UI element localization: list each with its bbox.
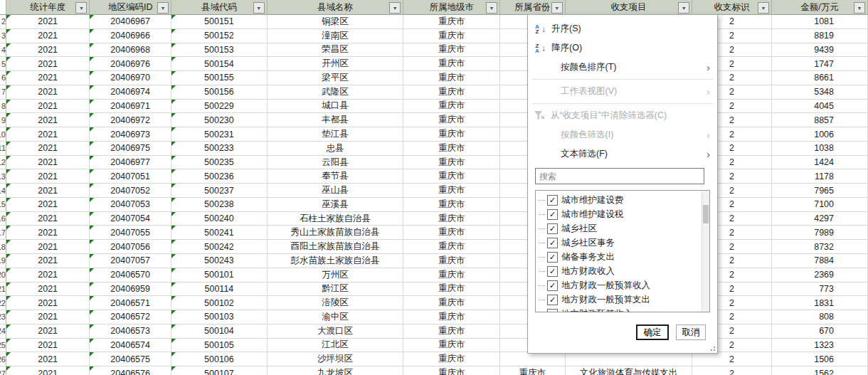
filter-checkbox-item[interactable]: ✓城乡社区	[539, 221, 709, 236]
cell-city[interactable]: 重庆市	[403, 310, 500, 324]
filter-checkbox-item[interactable]: ✓城市维护建设费	[539, 193, 709, 207]
cell-county-code[interactable]: 500152	[171, 28, 267, 43]
checkbox-icon[interactable]: ✓	[547, 280, 558, 291]
cell-county-name[interactable]: 江北区	[267, 338, 403, 352]
cell-amount[interactable]: 1006	[772, 127, 868, 142]
cell-year[interactable]: 2021	[6, 15, 90, 29]
filter-button-county-name[interactable]: ▼	[389, 2, 401, 14]
cell-region-id[interactable]: 20406971	[90, 99, 171, 113]
menu-item-sort-ascending[interactable]: AZ↓ 升序(S)	[528, 19, 717, 38]
cell-county-code[interactable]: 500103	[171, 310, 267, 324]
column-header-flag[interactable]: 收支标识▼	[692, 0, 772, 15]
filter-checkbox-item[interactable]: ✓城市维护建设税	[539, 207, 709, 221]
cell-amount[interactable]: 8819	[772, 28, 868, 43]
row-number[interactable]: 10	[0, 127, 6, 142]
cell-year[interactable]: 2021	[6, 155, 90, 169]
cell-city[interactable]: 重庆市	[403, 71, 500, 85]
checkbox-icon[interactable]: ✓	[547, 266, 558, 277]
cell-region-id[interactable]: 20406959	[90, 282, 171, 296]
cell-amount[interactable]: 7100	[772, 197, 868, 211]
filter-checkbox-item[interactable]: ✓地方财政一般预算支出	[539, 292, 709, 307]
cell-county-name[interactable]: 荣昌区	[267, 43, 403, 57]
cell-region-id[interactable]: 20406968	[90, 43, 171, 57]
cell-county-code[interactable]: 500107	[171, 366, 267, 375]
row-number[interactable]: 4	[0, 43, 6, 57]
row-number[interactable]: 12	[0, 155, 6, 169]
cell-year[interactable]: 2021	[6, 296, 90, 310]
cell-region-id[interactable]: 20406972	[90, 113, 171, 127]
checkbox-icon[interactable]: ✓	[547, 295, 558, 305]
cell-year[interactable]: 2021	[6, 127, 90, 142]
cell-year[interactable]: 2021	[6, 338, 90, 352]
row-number[interactable]: 22	[0, 296, 6, 310]
cell-city[interactable]: 重庆市	[403, 211, 500, 226]
cancel-button[interactable]: 取消	[676, 324, 706, 340]
cell-county-code[interactable]: 500101	[171, 268, 267, 282]
cell-county-code[interactable]: 500104	[171, 324, 267, 338]
cell-amount[interactable]: 1506	[772, 352, 868, 366]
cell-county-code[interactable]: 500156	[171, 85, 267, 99]
cell-year[interactable]: 2021	[6, 43, 90, 57]
filter-button-item[interactable]: ▼	[678, 2, 689, 14]
cell-year[interactable]: 2021	[6, 324, 90, 338]
row-number[interactable]: 19	[0, 254, 6, 268]
cell-year[interactable]: 2021	[6, 352, 90, 366]
cell-region-id[interactable]: 20406571	[90, 296, 171, 310]
cell-city[interactable]: 重庆市	[403, 15, 500, 29]
row-number[interactable]: 23	[0, 310, 6, 324]
cell-county-name[interactable]: 垫江县	[267, 127, 403, 142]
cell-region-id[interactable]: 20407057	[90, 254, 171, 268]
cell-region-id[interactable]: 20406975	[90, 141, 171, 155]
row-number[interactable]: 5	[0, 57, 6, 71]
cell-county-name[interactable]: 铜梁区	[267, 15, 403, 29]
row-number[interactable]: 21	[0, 282, 6, 296]
column-header-amount[interactable]: 金额/万元▼	[772, 0, 868, 15]
cell-amount[interactable]: 1178	[772, 169, 868, 184]
cell-amount[interactable]: 7884	[772, 254, 868, 268]
filter-button-amount[interactable]: ▼	[854, 2, 865, 14]
cell-year[interactable]: 2021	[6, 268, 90, 282]
cell-region-id[interactable]: 20406973	[90, 127, 171, 142]
row-number[interactable]: 3	[0, 28, 6, 43]
checkbox-icon[interactable]: ✓	[547, 238, 558, 248]
cell-county-name[interactable]: 丰都县	[267, 113, 403, 127]
cell-city[interactable]: 重庆市	[403, 155, 500, 169]
cell-county-code[interactable]: 500233	[171, 141, 267, 155]
row-number[interactable]: 16	[0, 211, 6, 226]
cell-amount[interactable]: 8661	[772, 71, 868, 85]
filter-checkbox-item[interactable]: ✓地方财政预算收入	[539, 307, 709, 312]
cell-city[interactable]: 重庆市	[403, 169, 500, 184]
cell-city[interactable]: 重庆市	[403, 366, 500, 375]
cell-county-name[interactable]: 沙坪坝区	[267, 352, 403, 366]
cell-region-id[interactable]: 20407053	[90, 197, 171, 211]
cell-year[interactable]: 2021	[6, 310, 90, 324]
cell-year[interactable]: 2021	[6, 197, 90, 211]
cell-county-code[interactable]: 500155	[171, 71, 267, 85]
cell-year[interactable]: 2021	[6, 282, 90, 296]
cell-region-id[interactable]: 20407055	[90, 226, 171, 240]
cell-region-id[interactable]: 20406575	[90, 352, 171, 366]
column-header-county-code[interactable]: 县域代码▼	[171, 0, 267, 15]
cell-region-id[interactable]: 20407054	[90, 211, 171, 226]
cell-county-code[interactable]: 500242	[171, 240, 267, 254]
row-number[interactable]: 26	[0, 352, 6, 366]
cell-county-name[interactable]: 彭水苗族土家族自治县	[267, 254, 403, 268]
cell-city[interactable]: 重庆市	[403, 338, 500, 352]
cell-county-name[interactable]: 巫山县	[267, 184, 403, 198]
filter-button-city[interactable]: ▼	[486, 2, 497, 14]
cell-year[interactable]: 2021	[6, 99, 90, 113]
cell-flag[interactable]: 2	[692, 366, 772, 375]
row-number[interactable]: 17	[0, 226, 6, 240]
cell-year[interactable]: 2021	[6, 366, 90, 375]
cell-year[interactable]: 2021	[6, 57, 90, 71]
cell-city[interactable]: 重庆市	[403, 141, 500, 155]
cell-county-name[interactable]: 云阳县	[267, 155, 403, 169]
row-number[interactable]: 20	[0, 268, 6, 282]
checkbox-icon[interactable]: ✓	[547, 209, 558, 220]
cell-city[interactable]: 重庆市	[403, 268, 500, 282]
column-header-region-id[interactable]: 地区编码ID▼	[90, 0, 171, 15]
cell-amount[interactable]: 7989	[772, 226, 868, 240]
cell-amount[interactable]: 9439	[772, 43, 868, 57]
cell-amount[interactable]: 670	[772, 324, 868, 338]
checkbox-icon[interactable]: ✓	[547, 195, 558, 206]
